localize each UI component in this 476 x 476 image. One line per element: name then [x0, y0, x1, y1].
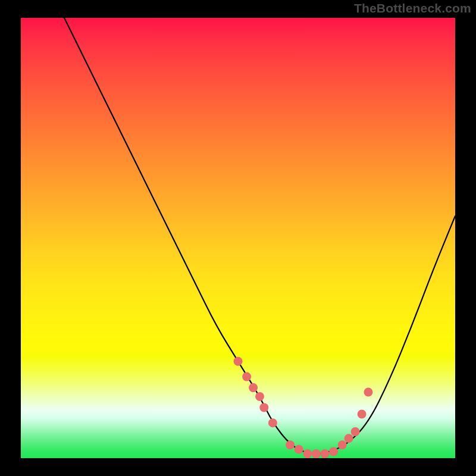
data-point: [364, 388, 373, 397]
data-point: [321, 449, 330, 458]
data-point: [295, 445, 303, 454]
data-point: [249, 383, 258, 392]
scatter-points: [234, 357, 373, 458]
data-point: [358, 410, 367, 419]
data-point: [268, 418, 277, 427]
chart-svg: [21, 18, 455, 458]
data-point: [329, 447, 338, 456]
plot-area: [21, 18, 455, 458]
data-point: [259, 403, 268, 412]
data-point: [303, 449, 312, 458]
watermark-label: TheBottleneck.com: [354, 1, 471, 15]
data-point: [345, 434, 353, 443]
data-point: [338, 440, 347, 449]
data-point: [312, 449, 321, 458]
data-point: [234, 357, 243, 366]
chart-frame: TheBottleneck.com: [0, 0, 476, 476]
data-point: [351, 427, 360, 436]
curve-line: [64, 18, 455, 454]
line-series: [64, 18, 455, 454]
data-point: [255, 392, 264, 401]
data-point: [286, 440, 295, 449]
data-point: [242, 372, 251, 381]
